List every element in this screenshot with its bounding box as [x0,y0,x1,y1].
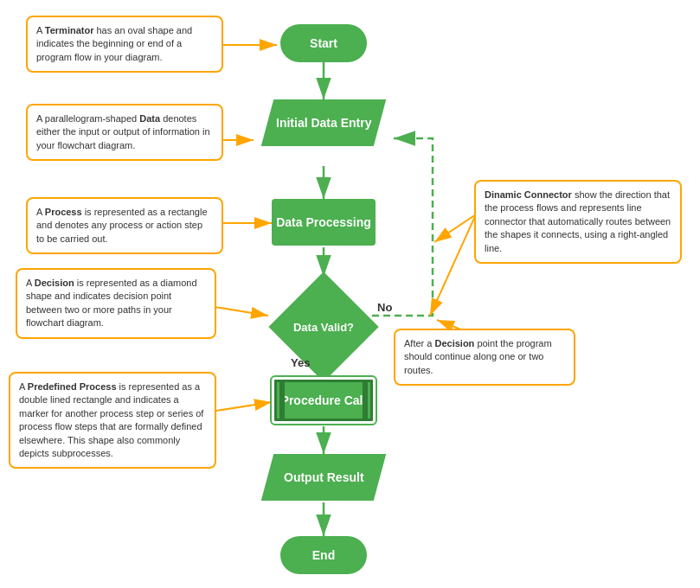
no-label: No [377,301,392,314]
connector-tooltip: Dinamic Connector show the direction tha… [474,180,682,264]
start-label: Start [310,36,337,50]
decision-tooltip-title: Decision [35,278,74,288]
decision-shape: Data Valid? [272,275,376,379]
terminator-tooltip: A Terminator has an oval shape and indic… [26,16,223,73]
terminator-tooltip-title: Terminator [45,25,94,35]
decision-note-title: Decision [434,338,474,348]
svg-line-15 [430,214,476,316]
procedure-call-shape: Procedure Call [272,377,376,424]
start-shape: Start [280,24,367,62]
procedure-call-label: Procedure Call [281,393,367,407]
flowchart-container: Start Initial Data Entry Data Processing… [0,0,700,588]
data-processing-label: Data Processing [276,215,371,229]
initial-data-shape: Initial Data Entry [261,99,386,146]
predefined-tooltip: A Predefined Process is represented as a… [9,372,216,469]
process-tooltip: A Process is represented as a rectangle … [26,197,223,254]
decision-tooltip: A Decision is represented as a diamond s… [16,268,216,339]
end-shape: End [280,536,367,574]
end-label: End [312,548,335,562]
decision-label: Data Valid? [293,321,354,334]
output-result-label: Output Result [284,470,364,484]
initial-data-label: Initial Data Entry [276,116,371,130]
yes-label: Yes [291,356,310,369]
output-result-shape: Output Result [261,454,386,501]
data-tooltip-title: Data [139,113,160,124]
predefined-tooltip-title: Predefined Process [28,381,117,392]
decision-note-tooltip: After a Decision point the program shoul… [394,329,575,386]
process-tooltip-title: Process [45,207,82,217]
svg-line-14 [434,214,476,242]
connector-tooltip-title: Dinamic Connector [485,189,572,200]
data-tooltip: A parallelogram-shaped Data denotes eith… [26,104,223,161]
data-processing-shape: Data Processing [272,199,376,246]
